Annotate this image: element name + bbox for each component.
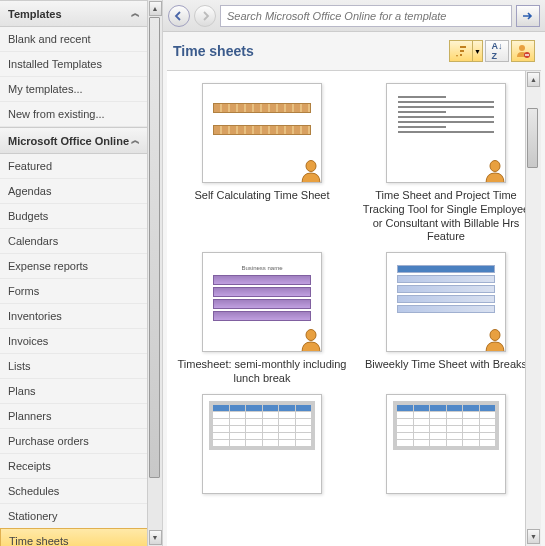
svg-point-3 — [519, 45, 525, 51]
gallery-scrollbar[interactable]: ▲ ▼ — [525, 71, 541, 546]
template-thumbnail[interactable] — [202, 83, 322, 183]
sidebar-item[interactable]: Featured — [0, 154, 148, 179]
scroll-up-button[interactable]: ▲ — [149, 1, 162, 16]
template-thumbnail[interactable] — [386, 252, 506, 352]
template-item[interactable]: Biweekly Time Sheet with Breaks — [357, 252, 535, 386]
chevron-icon: ︽ — [131, 7, 140, 20]
sidebar: Templates︽Blank and recentInstalled Temp… — [0, 0, 163, 546]
search-input[interactable] — [220, 5, 512, 27]
template-thumbnail[interactable] — [386, 394, 506, 494]
sort-icon-button[interactable] — [449, 40, 473, 62]
template-gallery: Self Calculating Time SheetTime Sheet an… — [167, 71, 541, 506]
main-panel: Time sheets ▼ A↓Z Self Calculating Time … — [163, 0, 545, 546]
person-badge-icon — [299, 158, 322, 183]
sidebar-item[interactable]: Blank and recent — [0, 27, 148, 52]
sidebar-item[interactable]: Planners — [0, 404, 148, 429]
sidebar-item[interactable]: Installed Templates — [0, 52, 148, 77]
sidebar-item[interactable]: My templates... — [0, 77, 148, 102]
template-label: Self Calculating Time Sheet — [190, 189, 333, 203]
template-label: Time Sheet and Project Time Tracking Too… — [357, 189, 535, 244]
sidebar-item[interactable]: Expense reports — [0, 254, 148, 279]
person-badge-icon — [299, 327, 322, 352]
sidebar-item[interactable]: Schedules — [0, 479, 148, 504]
person-badge-icon — [483, 158, 506, 183]
content-header: Time sheets ▼ A↓Z — [163, 32, 545, 66]
sidebar-item[interactable]: Agendas — [0, 179, 148, 204]
sidebar-item[interactable]: Budgets — [0, 204, 148, 229]
sidebar-section-header[interactable]: Microsoft Office Online︽ — [0, 127, 148, 154]
template-item[interactable]: Self Calculating Time Sheet — [173, 83, 351, 244]
template-thumbnail[interactable]: Business name — [202, 252, 322, 352]
search-go-button[interactable] — [516, 5, 540, 27]
scroll-thumb[interactable] — [527, 108, 538, 168]
template-label: Biweekly Time Sheet with Breaks — [361, 358, 531, 372]
svg-rect-0 — [460, 46, 466, 48]
sidebar-item[interactable]: Stationery — [0, 504, 148, 529]
sidebar-item[interactable]: Receipts — [0, 454, 148, 479]
svg-rect-1 — [460, 50, 464, 52]
sidebar-scrollbar[interactable]: ▲ ▼ — [147, 0, 162, 546]
user-filter-button[interactable] — [511, 40, 535, 62]
template-item[interactable] — [357, 394, 535, 494]
sidebar-item[interactable]: Invoices — [0, 329, 148, 354]
template-thumbnail[interactable] — [386, 83, 506, 183]
sort-az-button[interactable]: A↓Z — [485, 40, 509, 62]
chevron-icon: ︽ — [131, 134, 140, 147]
sidebar-item[interactable]: Purchase orders — [0, 429, 148, 454]
sidebar-item[interactable]: Lists — [0, 354, 148, 379]
svg-point-8 — [306, 330, 316, 341]
svg-point-9 — [490, 330, 500, 341]
scroll-up-button[interactable]: ▲ — [527, 72, 540, 87]
forward-button[interactable] — [194, 5, 216, 27]
template-item[interactable]: Business nameTimesheet: semi-monthly inc… — [173, 252, 351, 386]
svg-point-7 — [490, 161, 500, 172]
sidebar-item[interactable]: Forms — [0, 279, 148, 304]
sidebar-item[interactable]: Inventories — [0, 304, 148, 329]
header-tools: ▼ A↓Z — [449, 40, 535, 62]
sort-dropdown-arrow[interactable]: ▼ — [473, 40, 483, 62]
template-thumbnail[interactable] — [202, 394, 322, 494]
back-button[interactable] — [168, 5, 190, 27]
svg-rect-5 — [525, 54, 529, 55]
svg-point-6 — [306, 161, 316, 172]
scroll-thumb[interactable] — [149, 17, 160, 478]
template-label: Timesheet: semi-monthly including lunch … — [173, 358, 351, 386]
page-title: Time sheets — [173, 43, 254, 59]
template-item[interactable]: Time Sheet and Project Time Tracking Too… — [357, 83, 535, 244]
template-item[interactable] — [173, 394, 351, 494]
sidebar-item[interactable]: New from existing... — [0, 102, 148, 127]
sidebar-item[interactable]: Calendars — [0, 229, 148, 254]
sidebar-item[interactable]: Time sheets — [0, 528, 148, 546]
svg-rect-2 — [460, 54, 462, 56]
scroll-down-button[interactable]: ▼ — [527, 529, 540, 544]
scroll-down-button[interactable]: ▼ — [149, 530, 162, 545]
sidebar-section-header[interactable]: Templates︽ — [0, 0, 148, 27]
person-badge-icon — [483, 327, 506, 352]
sidebar-item[interactable]: Plans — [0, 379, 148, 404]
toolbar — [163, 0, 545, 32]
